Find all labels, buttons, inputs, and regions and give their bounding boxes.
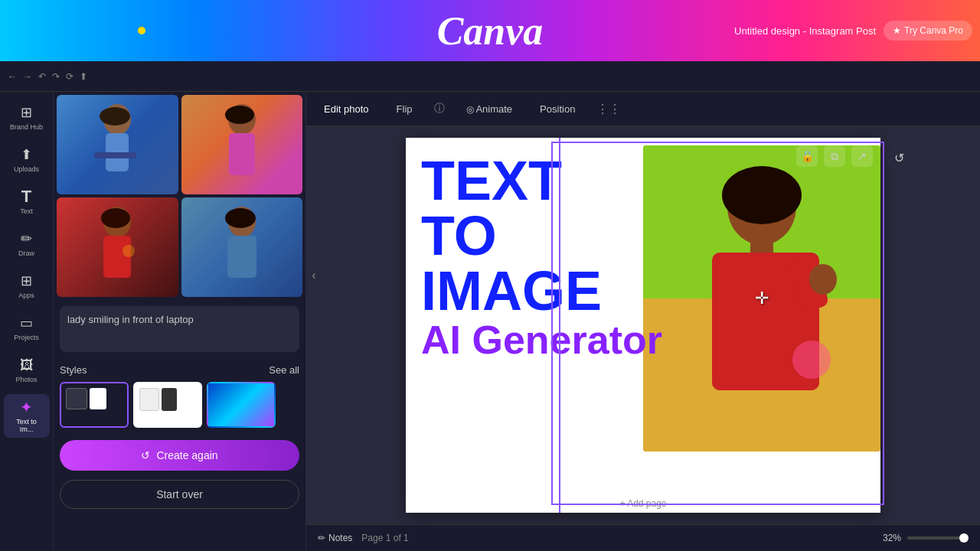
grid-icon[interactable]: ⋮⋮ — [596, 102, 621, 116]
info-icon[interactable]: ⓘ — [434, 102, 445, 116]
styles-grid — [60, 382, 299, 428]
top-bar: Canva Untitled design - Instagram Post ★… — [0, 0, 980, 61]
zoom-knob — [959, 533, 969, 543]
forward-icon[interactable]: → — [23, 71, 32, 82]
design-title: Untitled design - Instagram Post — [734, 25, 876, 37]
try-pro-button[interactable]: ★ Try Canva Pro — [884, 21, 972, 41]
text-to-heading: TEXT TO IMAGE — [421, 153, 662, 318]
photo-thumbnail-3[interactable] — [57, 197, 178, 297]
sidebar-item-text[interactable]: T Text — [4, 184, 50, 220]
yellow-dot — [138, 27, 145, 34]
style-thumb-1[interactable] — [60, 382, 129, 428]
notes-icon: ✏ — [318, 533, 325, 543]
lock-icon[interactable]: 🔒 — [796, 145, 818, 167]
move-cursor-icon: ✛ — [755, 289, 769, 308]
sidebar-item-label-uploads: Uploads — [14, 165, 39, 173]
flip-button[interactable]: Flip — [390, 100, 419, 118]
photo-inner-4 — [181, 197, 303, 297]
refresh-create-icon: ↺ — [141, 449, 150, 461]
redo-icon[interactable]: ↷ — [52, 71, 60, 82]
main-text-block: TEXT TO IMAGE AI Generator — [421, 153, 662, 362]
svg-point-9 — [101, 208, 130, 228]
create-again-button[interactable]: ↺ Create again — [60, 440, 299, 471]
styles-header: Styles See all — [60, 364, 299, 376]
text-prompt-area[interactable]: lady smiling in front of laptop — [60, 306, 299, 352]
top-bar-right: Untitled design - Instagram Post ★ Try C… — [734, 21, 972, 41]
sidebar-item-photos[interactable]: 🖼 Photos — [4, 352, 50, 388]
canvas-toolbar: Edit photo Flip ⓘ ◎ Animate Position ⋮⋮ — [306, 92, 980, 126]
style-thumb-3[interactable] — [207, 382, 276, 428]
design-canvas: TEXT TO IMAGE AI Generator — [406, 138, 880, 513]
sidebar-item-brand-hub[interactable]: ⊞ Brand Hub — [4, 99, 50, 135]
sidebar-item-label-photos: Photos — [15, 376, 37, 383]
sidebar-item-label: Brand Hub — [10, 123, 43, 131]
start-over-label: Start over — [156, 488, 203, 500]
canvas-photo[interactable]: ✛ — [643, 145, 880, 452]
photo-inner-3 — [57, 197, 178, 297]
uploads-icon: ⬆ — [18, 146, 35, 163]
back-icon[interactable]: ← — [8, 71, 17, 82]
svg-point-13 — [225, 208, 256, 228]
refresh-button[interactable]: ↺ — [887, 145, 911, 170]
sidebar-item-label-apps: Apps — [18, 292, 34, 299]
svg-rect-5 — [229, 133, 255, 175]
refresh-icon[interactable]: ⟳ — [66, 71, 74, 82]
chevron-left-icon: ‹ — [312, 269, 315, 282]
sidebar-item-draw[interactable]: ✏ Draw — [4, 226, 50, 262]
photo-inner-2 — [181, 95, 303, 194]
notes-button[interactable]: ✏ Notes — [318, 533, 352, 543]
photos-icon: 🖼 — [18, 357, 35, 373]
svg-point-22 — [792, 341, 831, 379]
duplicate-icon[interactable]: ⧉ — [824, 145, 845, 167]
export-icon[interactable]: ↗ — [851, 145, 873, 167]
photo-thumbnail-1[interactable] — [57, 95, 178, 194]
svg-point-3 — [100, 107, 130, 126]
sidebar-item-text-to-image[interactable]: ✦ Text to Im... — [4, 394, 50, 438]
position-button[interactable]: Position — [534, 100, 581, 118]
prompt-text: lady smiling in front of laptop — [67, 314, 292, 325]
photo-inner-1 — [57, 95, 178, 194]
ai-gen-heading: AI Generator — [421, 318, 662, 362]
sidebar-item-label-tti: Text to Im... — [10, 418, 44, 433]
projects-icon: ▭ — [18, 315, 35, 331]
edit-photo-button[interactable]: Edit photo — [318, 100, 375, 118]
image-grid — [54, 92, 305, 300]
zoom-area: 32% — [883, 533, 969, 543]
svg-point-21 — [809, 264, 837, 295]
photo-thumbnail-2[interactable] — [181, 95, 303, 194]
animate-label: Animate — [475, 103, 512, 115]
secondary-toolbar: ← → ↶ ↷ ⟳ ⬆ — [0, 61, 980, 92]
sidebar: ⊞ Brand Hub ⬆ Uploads T Text ✏ Draw ⊞ Ap… — [0, 92, 54, 551]
zoom-slider[interactable] — [907, 536, 969, 540]
notes-label: Notes — [328, 533, 352, 543]
svg-point-10 — [122, 245, 135, 257]
see-all-button[interactable]: See all — [269, 364, 299, 376]
svg-point-6 — [225, 106, 254, 124]
sidebar-item-projects[interactable]: ▭ Projects — [4, 310, 50, 346]
left-panel: lady smiling in front of laptop Styles S… — [54, 92, 306, 551]
start-over-button[interactable]: Start over — [60, 480, 299, 509]
styles-section: Styles See all — [54, 358, 305, 434]
undo-icon[interactable]: ↶ — [38, 71, 46, 82]
svg-rect-12 — [227, 236, 256, 278]
text-line1: TEXT — [421, 150, 562, 211]
animate-button[interactable]: ◎ Animate — [460, 100, 519, 118]
add-page-button[interactable]: + Add page — [619, 498, 666, 509]
try-pro-label: Try Canva Pro — [904, 25, 963, 36]
sidebar-item-uploads[interactable]: ⬆ Uploads — [4, 142, 50, 178]
canvas-area: Edit photo Flip ⓘ ◎ Animate Position ⋮⋮ … — [306, 92, 980, 551]
apps-icon: ⊞ — [18, 272, 35, 289]
sidebar-item-apps[interactable]: ⊞ Apps — [4, 268, 50, 304]
svg-rect-2 — [94, 152, 136, 158]
draw-icon: ✏ — [18, 230, 35, 247]
canvas-corner-icons: 🔒 ⧉ ↗ — [796, 145, 873, 167]
brand-hub-icon: ⊞ — [18, 104, 35, 121]
text-line2: TO — [421, 205, 497, 266]
publish-icon[interactable]: ⬆ — [80, 71, 87, 82]
text-to-image-icon: ✦ — [18, 399, 35, 416]
collapse-panel-button[interactable]: ‹ — [306, 256, 322, 295]
style-thumb-2[interactable] — [133, 382, 202, 428]
text-icon: T — [18, 188, 35, 205]
photo-thumbnail-4[interactable] — [181, 197, 303, 297]
styles-title: Styles — [60, 364, 87, 376]
